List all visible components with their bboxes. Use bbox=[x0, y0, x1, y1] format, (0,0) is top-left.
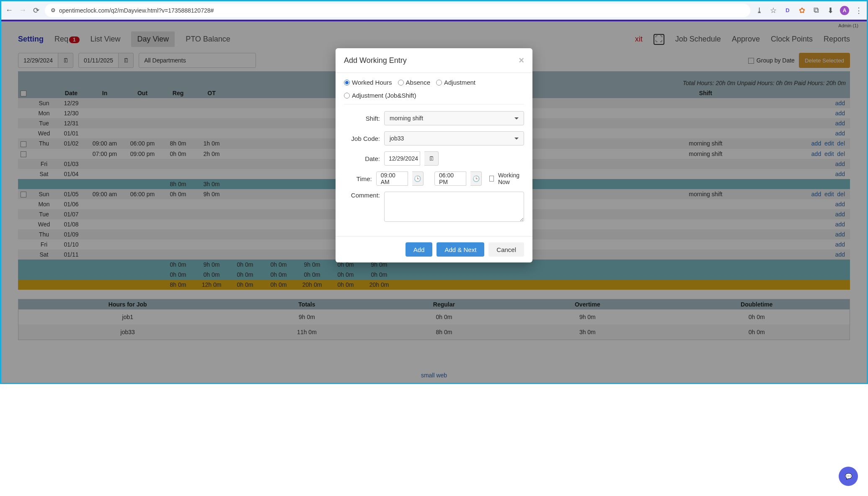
url-bar[interactable]: ⚙ opentimeclock.com/q2/mDayview.html?v=1… bbox=[45, 4, 750, 17]
radio-absence[interactable]: Absence bbox=[398, 79, 430, 86]
cancel-button[interactable]: Cancel bbox=[488, 242, 524, 257]
comment-label: Comment: bbox=[344, 192, 380, 199]
reload-icon[interactable]: ⟳ bbox=[31, 6, 41, 15]
menu-dots-icon[interactable]: ⋮ bbox=[854, 6, 863, 15]
shift-label: Shift: bbox=[344, 115, 380, 122]
browser-chrome: ← → ⟳ ⚙ opentimeclock.com/q2/mDayview.ht… bbox=[1, 1, 867, 20]
ext-flower-icon[interactable]: ✿ bbox=[797, 6, 806, 15]
time-out-picker-icon[interactable]: 🕒 bbox=[470, 171, 482, 186]
time-in-input[interactable]: 09:00 AM bbox=[376, 171, 408, 186]
caret-down-icon bbox=[514, 138, 519, 140]
time-label: Time: bbox=[344, 175, 372, 182]
time-out-input[interactable]: 06:00 PM bbox=[434, 171, 466, 186]
radio-worked-hours[interactable]: Worked Hours bbox=[344, 79, 392, 86]
star-icon[interactable]: ☆ bbox=[769, 6, 778, 15]
modal-title: Add Working Entry bbox=[344, 56, 407, 65]
add-button[interactable]: Add bbox=[406, 242, 433, 257]
radio-adjustment-jobshift[interactable]: Adjustment (Job&Shift) bbox=[344, 92, 416, 99]
url-text: opentimeclock.com/q2/mDayview.html?v=173… bbox=[59, 7, 214, 14]
working-now-toggle[interactable]: Working Now bbox=[489, 172, 524, 185]
download-icon[interactable]: ⬇ bbox=[826, 6, 835, 15]
close-icon[interactable]: × bbox=[519, 55, 524, 66]
jobcode-select[interactable]: job33 bbox=[384, 131, 524, 145]
add-working-entry-modal: Add Working Entry × Worked Hours Absence… bbox=[336, 48, 532, 262]
install-icon[interactable]: ⤓ bbox=[754, 6, 764, 15]
profile-avatar[interactable]: A bbox=[840, 6, 849, 15]
comment-textarea[interactable] bbox=[384, 192, 524, 222]
extensions-icon[interactable]: ⧉ bbox=[811, 6, 821, 15]
app-root: Admin (1) Setting Req1 List View Day Vie… bbox=[1, 20, 867, 383]
shift-select[interactable]: morning shift bbox=[384, 111, 524, 125]
ext-d-icon[interactable]: D bbox=[783, 6, 792, 15]
date-label: Date: bbox=[344, 155, 380, 162]
add-next-button[interactable]: Add & Next bbox=[437, 242, 484, 257]
caret-down-icon bbox=[514, 117, 519, 119]
radio-dot-selected bbox=[344, 80, 350, 86]
date-input[interactable]: 12/29/2024 bbox=[384, 151, 420, 166]
date-picker-icon[interactable]: 🗓 bbox=[424, 151, 439, 166]
jobcode-label: Job Code: bbox=[344, 135, 380, 142]
tune-icon: ⚙ bbox=[51, 7, 56, 13]
time-in-picker-icon[interactable]: 🕒 bbox=[412, 171, 424, 186]
entry-type-radio-group: Worked Hours Absence Adjustment Adjustme… bbox=[344, 79, 524, 104]
forward-icon[interactable]: → bbox=[18, 6, 27, 15]
back-icon[interactable]: ← bbox=[5, 6, 14, 15]
working-now-checkbox[interactable] bbox=[489, 176, 494, 182]
radio-adjustment[interactable]: Adjustment bbox=[436, 79, 475, 86]
